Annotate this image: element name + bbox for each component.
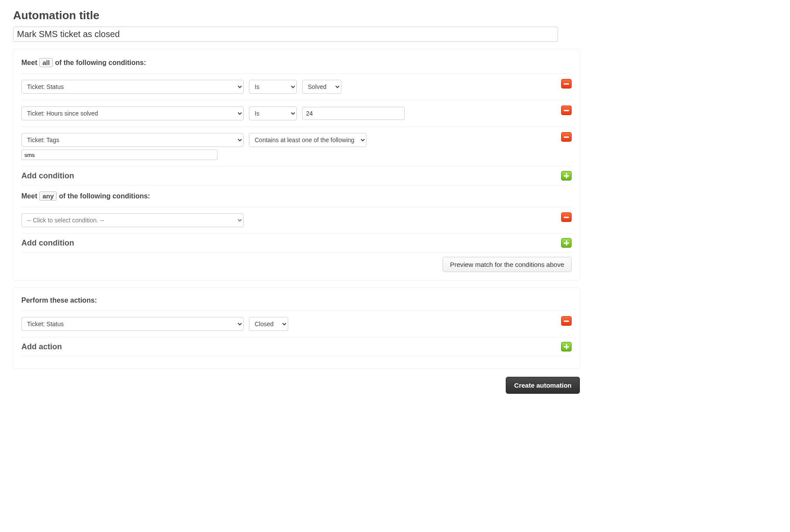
preview-match-button[interactable]: Preview match for the conditions above bbox=[443, 257, 572, 272]
heading-suffix: of the following conditions: bbox=[55, 59, 146, 67]
condition-field-select[interactable]: Ticket: Tags bbox=[21, 133, 244, 147]
actions-heading: Perform these actions: bbox=[21, 297, 572, 304]
actions-rows: Ticket: Status Closed bbox=[21, 310, 572, 337]
remove-condition-button[interactable] bbox=[561, 106, 572, 115]
add-condition-all-row: Add condition bbox=[21, 166, 572, 185]
condition-row: Ticket: Hours since solved Is bbox=[21, 100, 572, 126]
actions-heading-text: Perform these actions: bbox=[21, 297, 97, 304]
qualifier-all-badge: all bbox=[39, 58, 53, 67]
condition-operator-select[interactable]: Is bbox=[249, 106, 297, 120]
conditions-any-rows: -- Click to select condition. -- bbox=[21, 207, 572, 233]
condition-tags-input[interactable] bbox=[21, 150, 218, 160]
action-value-select[interactable]: Closed bbox=[249, 317, 288, 331]
condition-field-select[interactable]: Ticket: Status bbox=[21, 80, 244, 94]
remove-condition-button[interactable] bbox=[561, 132, 572, 142]
condition-operator-select[interactable]: Contains at least one of the following bbox=[249, 133, 367, 147]
remove-condition-button[interactable] bbox=[561, 212, 572, 222]
add-action-button[interactable] bbox=[561, 342, 572, 351]
condition-field-select[interactable]: Ticket: Hours since solved bbox=[21, 106, 244, 120]
automation-title-input[interactable] bbox=[13, 27, 558, 42]
conditions-panel: Meet all of the following conditions: Ti… bbox=[13, 49, 580, 280]
add-action-label: Add action bbox=[21, 342, 62, 351]
footer: Create automation bbox=[13, 377, 580, 394]
conditions-any-heading: Meet any of the following conditions: bbox=[21, 191, 572, 201]
conditions-all-heading: Meet all of the following conditions: bbox=[21, 58, 572, 67]
actions-panel: Perform these actions: Ticket: Status Cl… bbox=[13, 287, 580, 369]
qualifier-any-badge: any bbox=[39, 191, 57, 201]
remove-action-button[interactable] bbox=[561, 316, 572, 326]
condition-row: Ticket: Status Is Solved bbox=[21, 73, 572, 100]
condition-row: -- Click to select condition. -- bbox=[21, 207, 572, 233]
condition-row: Ticket: Tags Contains at least one of th… bbox=[21, 126, 572, 166]
add-condition-any-row: Add condition bbox=[21, 233, 572, 252]
create-automation-button[interactable]: Create automation bbox=[506, 377, 580, 394]
add-action-row: Add action bbox=[21, 337, 572, 356]
condition-field-select[interactable]: -- Click to select condition. -- bbox=[21, 213, 244, 227]
remove-condition-button[interactable] bbox=[561, 79, 572, 89]
condition-value-input[interactable] bbox=[302, 107, 405, 120]
condition-value-select[interactable]: Solved bbox=[302, 80, 341, 94]
action-field-select[interactable]: Ticket: Status bbox=[21, 317, 244, 331]
heading-prefix: Meet bbox=[21, 192, 37, 200]
heading-prefix: Meet bbox=[21, 59, 37, 67]
condition-operator-select[interactable]: Is bbox=[249, 80, 297, 94]
conditions-all-rows: Ticket: Status Is Solved Ticket: Hours s… bbox=[21, 73, 572, 166]
action-row: Ticket: Status Closed bbox=[21, 310, 572, 337]
page-title: Automation title bbox=[13, 9, 777, 22]
add-condition-label: Add condition bbox=[21, 239, 74, 248]
add-condition-label: Add condition bbox=[21, 171, 74, 181]
heading-suffix: of the following conditions: bbox=[59, 192, 150, 200]
add-condition-button[interactable] bbox=[561, 171, 572, 181]
add-condition-button[interactable] bbox=[561, 238, 572, 248]
